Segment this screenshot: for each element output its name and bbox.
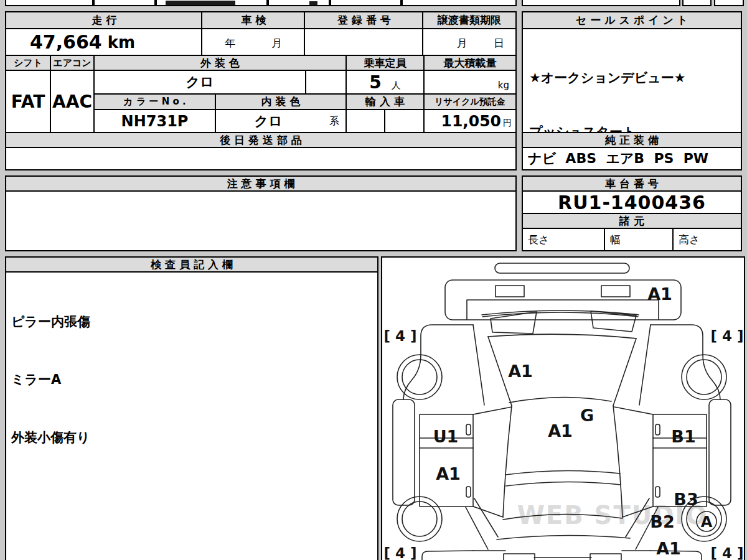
damage-label-glass: G: [580, 406, 594, 425]
later-parts-content: [5, 147, 517, 170]
sales-points-content: ★オークションデビュー★ プッシュスタート E T C バックモニター: [522, 28, 742, 133]
inspection-header: 車 検: [201, 11, 306, 29]
genuine-equipment-value: ナビ ABS エアB PS PW: [522, 147, 742, 170]
max-load-unit: kg: [498, 80, 509, 91]
cutoff-cell: [714, 0, 744, 6]
spec-height-cell: 高さ: [672, 228, 742, 251]
cutoff-cell: [5, 0, 93, 6]
exterior-color-value: クロ: [93, 70, 306, 95]
import-car-cell-1: [345, 109, 385, 133]
inspector-content: ピラー内張傷 ミラーA 外装小傷有り: [5, 271, 378, 560]
cutoff-cell: [682, 0, 712, 6]
max-load-header: 最大積載量: [423, 55, 517, 71]
tire-grade-rear-right: [ 4 ]: [710, 545, 743, 560]
sales-points-header: セ ー ル ス ポ イ ン ト: [522, 11, 742, 29]
mileage-header: 走 行: [5, 11, 204, 29]
cutoff-text-fragment: [166, 1, 235, 5]
transfer-docs-value: 月 日: [422, 28, 517, 56]
tire-grade-front-left: [ 4 ]: [383, 328, 416, 344]
damage-label-rear-panel: A1: [656, 539, 681, 558]
aircon-header: エアコン: [50, 55, 95, 71]
spec-width-cell: 幅: [604, 228, 674, 251]
recycle-unit: 円: [503, 118, 512, 129]
interior-color-value: クロ 系: [215, 109, 347, 133]
car-diagram: WEB STUDIO: [382, 258, 744, 560]
damage-label-hood: A1: [508, 362, 533, 381]
recycle-header: リサイクル預託金: [423, 93, 517, 110]
color-no-header: カ ラ ー N o .: [93, 93, 216, 110]
damage-label-right-rear-wheel: A: [701, 513, 713, 531]
later-parts-header: 後 日 発 送 部 品: [5, 132, 517, 148]
tire-grade-rear-left: [ 4 ]: [383, 545, 416, 560]
notes-header: 注 意 事 項 欄: [5, 175, 517, 192]
damage-label-front-bumper: A1: [647, 284, 672, 304]
genuine-equipment-header: 純 正 装 備: [522, 132, 742, 148]
registration-value: [304, 28, 425, 56]
shift-value: FAT: [5, 70, 51, 133]
cutoff-cell: [522, 0, 680, 6]
tire-grade-front-right: [ 4 ]: [710, 328, 743, 344]
registration-header: 登 録 番 号: [304, 11, 425, 29]
car-diagram-box: WEB STUDIO: [381, 256, 745, 560]
cutoff-cell: [402, 0, 517, 6]
cutoff-cell: [93, 0, 156, 6]
shift-header: シフト: [5, 55, 51, 71]
damage-label-right-quarter: B2: [650, 512, 674, 531]
exterior-color-extra-cell: [305, 70, 347, 95]
inspector-line: ピラー内張傷: [11, 312, 372, 332]
transfer-docs-header: 譲渡書類期限: [422, 11, 517, 29]
inspector-line: 外装小傷有り: [11, 428, 372, 447]
import-car-cell-2: [384, 109, 425, 133]
exterior-color-header: 外 装 色: [93, 55, 347, 71]
chassis-value: RU1-1400436: [522, 190, 742, 214]
notes-content: [5, 190, 517, 251]
recycle-value: 11,050 円: [423, 109, 517, 133]
chassis-header: 車 台 番 号: [522, 175, 742, 192]
specs-header: 諸 元: [522, 213, 742, 229]
mileage-value: 47,664 km: [5, 28, 204, 56]
inspection-month-label: 月: [272, 36, 283, 50]
sales-point-line: ★オークションデビュー★: [529, 69, 735, 87]
inspector-header: 検 査 員 記 入 欄: [5, 256, 378, 273]
capacity-number: 5: [369, 72, 381, 93]
capacity-value: 5 人: [345, 70, 425, 95]
inspector-line: ミラーA: [11, 370, 372, 390]
cutoff-cell: [330, 0, 402, 6]
mileage-unit: km: [108, 33, 135, 52]
transfer-day-label: 日: [494, 36, 504, 50]
import-car-header: 輸 入 車: [345, 93, 425, 110]
mileage-number: 47,664: [30, 31, 102, 53]
max-load-value: kg: [423, 70, 517, 95]
interior-color-name: クロ: [216, 110, 321, 132]
spec-length-cell: 長さ: [522, 228, 605, 251]
aircon-value: AAC: [50, 70, 95, 133]
damage-label-rear-left-door: A1: [436, 464, 461, 483]
capacity-unit: 人: [392, 80, 401, 91]
color-no-value: NH731P: [93, 109, 216, 133]
cutoff-cell: [268, 0, 330, 6]
damage-label-rear-right-door: B3: [674, 490, 698, 509]
inspection-year-label: 年: [225, 36, 236, 50]
transfer-month-label: 月: [457, 36, 467, 50]
cutoff-text-fragment: [309, 1, 317, 5]
interior-color-suffix: 系: [329, 115, 339, 128]
damage-label-front-left-door: U1: [433, 427, 459, 446]
interior-color-header: 内 装 色: [215, 93, 347, 110]
damage-label-roof: A1: [548, 421, 573, 441]
recycle-amount: 11,050: [441, 112, 501, 130]
inspection-value: 年 月: [201, 28, 306, 56]
capacity-header: 乗車定員: [345, 55, 425, 71]
damage-label-front-right-door: B1: [671, 427, 695, 446]
